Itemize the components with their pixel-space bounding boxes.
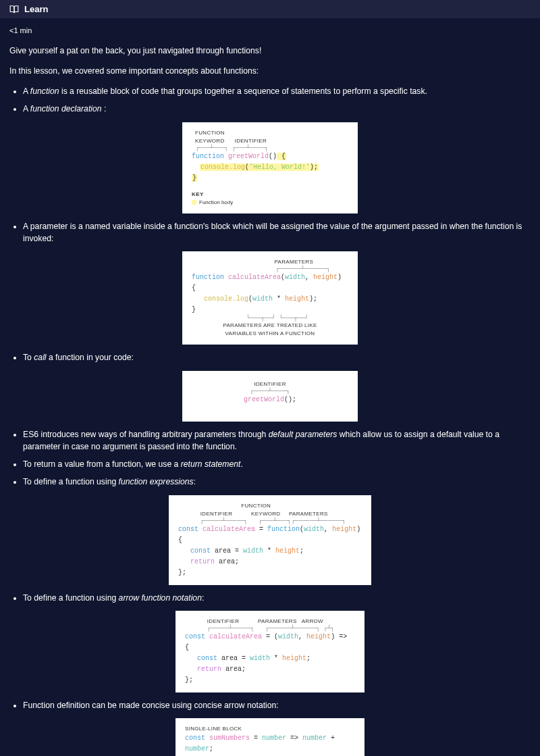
bullet-return: To return a value from a function, we us… bbox=[23, 458, 531, 470]
header-title: Learn bbox=[24, 4, 48, 14]
bullet-arrow-function: To define a function using arrow functio… bbox=[23, 592, 531, 604]
read-time: <1 min bbox=[9, 25, 531, 36]
bullet-function-declaration: A function declaration : bbox=[23, 103, 531, 115]
intro-sub: In this lesson, we covered some importan… bbox=[9, 65, 531, 77]
diagram-concise-arrow: SINGLE-LINE BLOCK const sumNumbers = num… bbox=[176, 718, 364, 756]
bullet-default-params: ES6 introduces new ways of handling arbi… bbox=[23, 428, 531, 453]
diagram-function-expression: FUNCTION IDENTIFIER KEYWORD PARAMETERS ┌… bbox=[169, 495, 371, 585]
bullet-parameter: A parameter is a named variable inside a… bbox=[23, 220, 531, 245]
diagram-call: IDENTIFIER ┌────┴────┐ greetWorld(); bbox=[182, 371, 358, 422]
header-bar: Learn bbox=[0, 0, 540, 18]
bullet-call: To call a function in your code: bbox=[23, 351, 531, 363]
diagram-arrow-function: IDENTIFIER PARAMETERS ARROW ┌─────┴─────… bbox=[176, 611, 364, 692]
diagram-parameters: PARAMETERS ┌──────┴──────┐ function calc… bbox=[182, 251, 358, 345]
book-icon bbox=[9, 5, 19, 14]
bullet-function-expressions: To define a function using function expr… bbox=[23, 476, 531, 488]
diagram-declaration: FUNCTION KEYWORD IDENTIFIER ┌───┴───┐ ┌─… bbox=[182, 122, 358, 213]
bullet-function-def: A function is a reusable block of code t… bbox=[23, 85, 531, 97]
lesson-content: <1 min Give yourself a pat on the back, … bbox=[0, 18, 540, 756]
bullet-concise-arrow: Function definition can be made concise … bbox=[23, 699, 531, 711]
intro-line: Give yourself a pat on the back, you jus… bbox=[9, 45, 531, 57]
